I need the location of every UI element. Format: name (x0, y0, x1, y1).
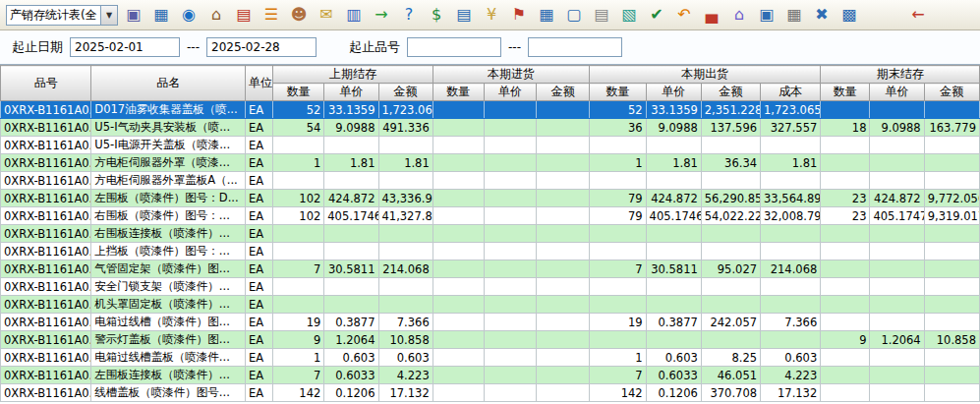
col-header-price[interactable]: 单价 (324, 84, 378, 101)
report-type-select[interactable]: 产销存统计表(全 ▼ (6, 5, 118, 26)
books-icon[interactable]: ☰ (259, 3, 283, 27)
undo-icon[interactable]: ↶ (672, 3, 696, 27)
value-cell (432, 243, 484, 260)
value-cell: 23 (821, 207, 870, 225)
table-row[interactable]: 0XRX-B1161A0...左围板连接板（喷漆件）...EA70.60334.… (1, 367, 980, 384)
value-cell: 0.6033 (646, 367, 701, 384)
col-header-price[interactable]: 单价 (484, 84, 536, 101)
col-header-cost[interactable]: 成本 (761, 84, 821, 101)
table-row[interactable]: 0XRX-B1161A0...机头罩固定板（喷漆件）...EA (1, 296, 980, 314)
value-cell (924, 137, 979, 154)
item-no-cell: 0XRX-B1161A0... (1, 154, 91, 172)
table-row[interactable]: 0XRX-B1161A0...上挡板（喷漆件）图号：...EA (1, 243, 980, 260)
col-header-amount[interactable]: 金额 (924, 84, 979, 101)
ok-icon[interactable]: ✔ (645, 3, 668, 27)
network-icon[interactable]: ▧ (617, 3, 641, 27)
item-range-label: 起止品号 (349, 38, 400, 56)
calculator-icon[interactable]: ▤ (232, 3, 256, 27)
value-cell (870, 154, 924, 172)
table-row[interactable]: 0XRX-B1161A0...方电柜伺服器外罩盖板A（...EA (1, 172, 980, 190)
value-cell (924, 296, 979, 314)
item-name-cell: 机头罩固定板（喷漆件）... (91, 296, 246, 314)
value-cell: 163.779 (924, 119, 979, 137)
col-header-item-no[interactable]: 品号 (1, 66, 91, 101)
users-icon[interactable]: ☻ (287, 3, 311, 27)
close-icon[interactable]: ✖ (810, 3, 834, 27)
item-no-cell: 0XRX-B1161A0... (1, 349, 91, 367)
value-cell: 10.858 (378, 331, 432, 349)
table-row[interactable]: 0XRX-B1161A0...D017油雾收集器盖板（喷...EA5233.13… (1, 101, 980, 119)
print-icon[interactable]: ▣ (122, 3, 145, 27)
col-header-amount[interactable]: 金额 (701, 84, 760, 101)
mail-icon[interactable]: ✉ (315, 3, 338, 27)
value-cell (484, 349, 536, 367)
value-cell: 52 (273, 101, 324, 119)
col-header-qty[interactable]: 数量 (432, 84, 484, 101)
unit-cell: EA (245, 314, 272, 331)
dollar-icon[interactable]: $ (425, 3, 448, 27)
value-cell (761, 225, 821, 243)
table-row[interactable]: 0XRX-B1161A0...右围板（喷漆件）图号：...EA102405.17… (1, 207, 980, 225)
value-cell (378, 137, 432, 154)
tv-icon[interactable]: ▣ (755, 3, 778, 27)
calendar-icon[interactable]: ▦ (535, 3, 558, 27)
link-icon[interactable]: → (370, 3, 393, 27)
col-header-qty[interactable]: 数量 (273, 84, 324, 101)
copy-icon[interactable]: ▩ (837, 3, 861, 27)
cart-icon[interactable]: ▤ (452, 3, 476, 27)
item-to-input[interactable] (528, 37, 622, 57)
chevron-down-icon[interactable]: ▼ (100, 6, 117, 25)
table-row[interactable]: 0XRX-B1161A0...方电柜伺服器外罩（喷漆...EA11.811.81… (1, 154, 980, 172)
monitor-icon[interactable]: ▦ (149, 3, 173, 27)
table-row[interactable]: 0XRX-B1161A0...电箱过线槽盖板（喷漆件...EA10.6030.6… (1, 349, 980, 367)
col-header-item-name[interactable]: 品名 (91, 66, 246, 101)
home-icon[interactable]: ⌂ (204, 3, 228, 27)
value-cell (484, 243, 536, 260)
value-cell: 102 (273, 207, 324, 225)
help-icon[interactable]: ? (397, 3, 421, 27)
item-from-input[interactable] (407, 37, 501, 57)
value-cell (432, 207, 484, 225)
value-cell: 9,319.017 (924, 207, 979, 225)
drive-icon[interactable]: ▤ (590, 3, 613, 27)
value-cell: 9,772.056 (924, 190, 979, 207)
table-row[interactable]: 0XRX-B1161A0...U5-I气动夹具安装板（喷...EA549.098… (1, 119, 980, 137)
unit-cell: EA (245, 207, 272, 225)
table-row[interactable]: 0XRX-B1161A0...U5-I电源开关盖板（喷漆...EA (1, 137, 980, 154)
item-no-cell: 0XRX-B1161A0... (1, 367, 91, 384)
table-row[interactable]: 0XRX-B1161A0...电箱过线槽（喷漆件）图...EA190.38777… (1, 314, 980, 331)
date-from-input[interactable] (70, 37, 180, 57)
date-to-input[interactable] (206, 37, 317, 57)
flag-icon[interactable]: ⚑ (507, 3, 531, 27)
col-header-price[interactable]: 单价 (870, 84, 924, 101)
calc-icon[interactable]: ▦ (782, 3, 806, 27)
globe-icon[interactable]: ◉ (177, 3, 201, 27)
col-header-qty[interactable]: 数量 (821, 84, 870, 101)
table-row[interactable]: 0XRX-B1161A0...警示灯盖板（喷漆件）图...EA91.206410… (1, 331, 980, 349)
unit-cell: EA (245, 278, 272, 296)
value-cell (924, 349, 979, 367)
table-row[interactable]: 0XRX-B1161A0...气管固定架（喷漆件）图...EA730.58112… (1, 260, 980, 278)
value-cell (484, 225, 536, 243)
table-row[interactable]: 0XRX-B1161A0...线槽盖板（喷漆件）图号...EA1420.1206… (1, 384, 980, 402)
screen-icon[interactable]: ▢ (562, 3, 586, 27)
value-cell: 1 (590, 154, 646, 172)
money-icon[interactable]: ¥ (480, 3, 503, 27)
bank-icon[interactable]: ⌂ (727, 3, 751, 27)
exit-icon[interactable]: ← (906, 3, 930, 27)
col-header-price[interactable]: 单价 (646, 84, 701, 101)
value-cell (324, 137, 378, 154)
chart-icon[interactable]: ▄ (700, 3, 723, 27)
value-cell: 7 (273, 367, 324, 384)
table-row[interactable]: 0XRX-B1161A0...安全门锁支架（喷漆件）...EA (1, 278, 980, 296)
col-header-amount[interactable]: 金额 (378, 84, 432, 101)
table-row[interactable]: 0XRX-B1161A0...右围板连接板（喷漆件）...EA (1, 225, 980, 243)
col-header-unit[interactable]: 单位 (245, 66, 272, 101)
value-cell: 9.0988 (646, 119, 701, 137)
value-cell (924, 101, 979, 119)
table-row[interactable]: 0XRX-B1161A0...左围板（喷漆件）图号：D...EA102424.8… (1, 190, 980, 207)
col-header-amount[interactable]: 金额 (537, 84, 590, 101)
col-header-qty[interactable]: 数量 (590, 84, 646, 101)
save-icon[interactable]: ▥ (342, 3, 366, 27)
value-cell: 8.25 (701, 349, 760, 367)
